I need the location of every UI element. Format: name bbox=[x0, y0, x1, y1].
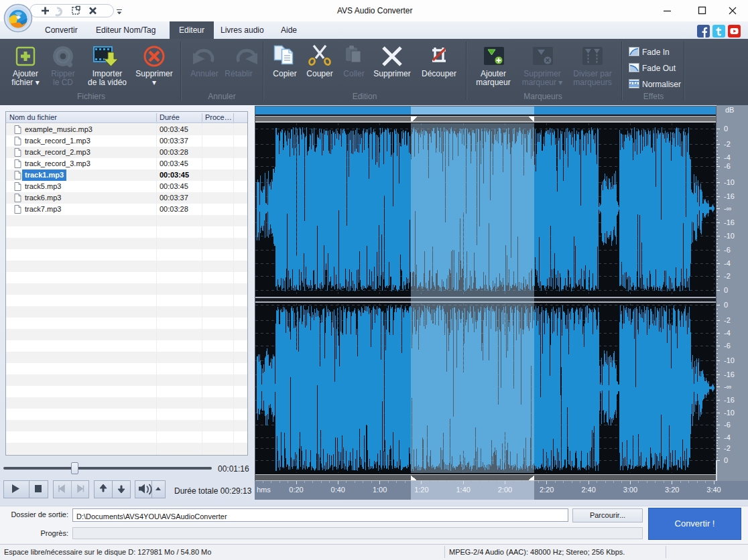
svg-text:-4: -4 bbox=[724, 259, 731, 267]
svg-text:-∞: -∞ bbox=[724, 204, 732, 212]
svg-text:2:20: 2:20 bbox=[540, 486, 554, 494]
svg-text:3:40: 3:40 bbox=[706, 486, 721, 494]
svg-text:2:00: 2:00 bbox=[498, 486, 512, 494]
svg-text:1:00: 1:00 bbox=[373, 486, 387, 494]
svg-text:-10: -10 bbox=[724, 409, 735, 417]
svg-text:-16: -16 bbox=[724, 192, 735, 200]
svg-text:0: 0 bbox=[724, 286, 728, 294]
svg-text:-6: -6 bbox=[724, 421, 731, 429]
svg-text:1:20: 1:20 bbox=[414, 486, 428, 494]
svg-text:-2: -2 bbox=[724, 140, 731, 148]
svg-text:0:40: 0:40 bbox=[331, 486, 345, 494]
svg-text:-6: -6 bbox=[724, 246, 731, 254]
svg-text:-2: -2 bbox=[724, 272, 731, 280]
svg-text:-2: -2 bbox=[724, 316, 731, 324]
svg-text:1:40: 1:40 bbox=[456, 486, 470, 494]
svg-text:-16: -16 bbox=[724, 218, 735, 226]
svg-text:dB: dB bbox=[725, 106, 734, 114]
svg-text:-∞: -∞ bbox=[724, 382, 732, 391]
svg-text:0:20: 0:20 bbox=[289, 486, 303, 494]
svg-text:-2: -2 bbox=[724, 444, 731, 452]
svg-text:hms: hms bbox=[257, 486, 271, 494]
svg-text:2:40: 2:40 bbox=[581, 486, 595, 494]
svg-text:-16: -16 bbox=[724, 396, 735, 404]
svg-text:0: 0 bbox=[724, 301, 728, 309]
svg-text:-10: -10 bbox=[724, 356, 735, 364]
svg-text:-10: -10 bbox=[724, 232, 735, 240]
svg-text:-4: -4 bbox=[724, 329, 731, 337]
svg-text:-6: -6 bbox=[724, 162, 731, 170]
svg-text:-16: -16 bbox=[724, 370, 735, 378]
svg-text:-6: -6 bbox=[724, 342, 731, 350]
svg-text:0: 0 bbox=[724, 456, 728, 464]
svg-text:3:00: 3:00 bbox=[623, 486, 637, 494]
svg-text:-4: -4 bbox=[724, 433, 731, 441]
svg-text:-10: -10 bbox=[724, 178, 735, 186]
svg-text:3:20: 3:20 bbox=[665, 486, 679, 494]
svg-text:-4: -4 bbox=[724, 153, 731, 161]
svg-text:0: 0 bbox=[724, 125, 728, 133]
